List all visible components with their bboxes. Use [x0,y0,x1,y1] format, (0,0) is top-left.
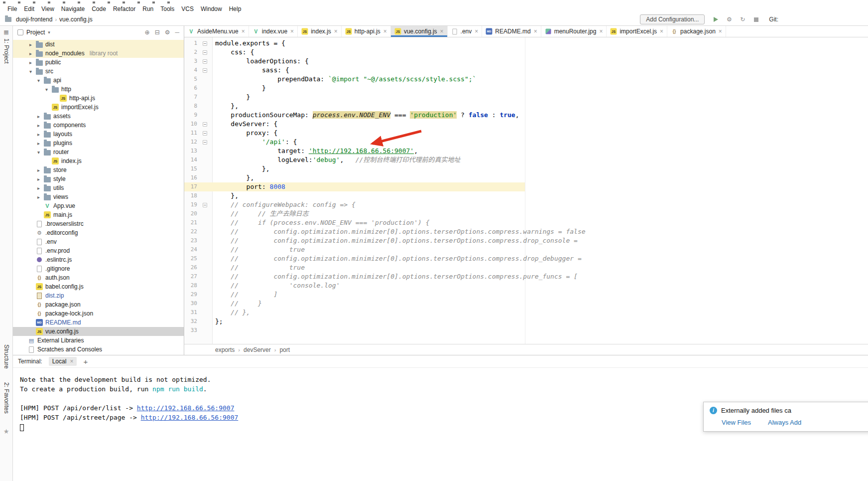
code-line[interactable]: 2− css: { [184,48,868,57]
tab-index-js[interactable]: JSindex.js× [298,26,342,37]
tree-item-importexcel-js[interactable]: JSimportExcel.js [13,103,184,112]
code-line[interactable]: 13 target: 'http://192.168.66.56:9007', [184,147,868,156]
code-line[interactable]: 18 }, [184,191,868,200]
code-line[interactable]: 17 port: 8008 [184,182,868,191]
close-icon[interactable]: × [534,28,537,35]
url-link[interactable]: 'http://192.168.66.56:9007' [309,147,414,155]
tree-item-package-lock-json[interactable]: {}package-lock.json [13,309,184,318]
code-line[interactable]: 10− devServer: { [184,120,868,129]
code-line[interactable]: 21 // if (process.env.NODE_ENV === 'prod… [184,218,868,227]
tab-index-vue[interactable]: Vindex.vue× [249,26,298,37]
menu-help[interactable]: Help [226,5,245,13]
code-line[interactable]: 23 // config.optimization.minimizer[0].o… [184,236,868,245]
chevron-down-icon[interactable]: ▾ [36,150,41,155]
fold-region-icon[interactable]: − [199,66,211,75]
chevron-down-icon[interactable]: ▾ [36,78,41,83]
tree-item-dist[interactable]: ▸dist [13,40,184,49]
chevron-right-icon[interactable]: ▸ [36,167,41,173]
stripe-button-structure[interactable]: Structure [3,344,10,369]
chevron-right-icon[interactable]: ▸ [28,42,33,47]
menu-window[interactable]: Window [197,5,226,13]
close-icon[interactable]: × [334,28,338,35]
tree-item-layouts[interactable]: ▸layouts [13,130,184,139]
tree-item-http[interactable]: ▾http [13,85,184,94]
fold-region-icon[interactable]: − [199,48,211,57]
panel-settings-icon[interactable]: ⚙ [165,29,170,36]
tree-item-dist-zip[interactable]: dist.zip [13,291,184,300]
tree-item-utils[interactable]: ▸utils [13,183,184,192]
code-line[interactable]: 19− // configureWebpack: config => { [184,200,868,209]
fold-region-icon[interactable]: − [199,120,211,129]
code-line[interactable]: 26 // true [184,263,868,272]
close-icon[interactable]: × [719,28,722,35]
stripe-button-favorites[interactable]: 2: Favorites [3,382,10,414]
tree-item-components[interactable]: ▸components [13,121,184,130]
tab-importexcel-js[interactable]: JSimportExcel.js× [607,26,667,37]
tree-item-external-libraries[interactable]: ▤External Libraries [13,336,184,345]
code-line[interactable]: 30 // } [184,299,868,308]
code-line[interactable]: 9 productionSourceMap: process.env.NODE_… [184,111,868,120]
menu-file[interactable]: File [4,5,20,13]
locate-file-icon[interactable]: ⊕ [145,29,150,36]
collapse-all-icon[interactable]: ⊟ [155,29,160,36]
tree-item-router[interactable]: ▾router [13,148,184,157]
tree-item-app-vue[interactable]: VApp.vue [13,201,184,210]
close-icon[interactable]: × [440,28,444,35]
tree-item-env-prod[interactable]: .env.prod [13,246,184,255]
fold-region-icon[interactable]: − [199,57,211,66]
menu-edit[interactable]: Edit [20,5,38,13]
code-line[interactable]: 31 // }, [184,308,868,317]
editor-breadcrumb-exports[interactable]: exports [215,346,235,353]
tree-item-env[interactable]: .env [13,237,184,246]
chevron-right-icon[interactable]: ▸ [36,194,41,200]
code-line[interactable]: 6 } [184,84,868,93]
terminal-link[interactable]: http://192.168.66.56:9007 [141,414,239,421]
tree-item-store[interactable]: ▸store [13,165,184,174]
chevron-right-icon[interactable]: ▸ [36,123,41,128]
code-line[interactable]: 24 // true [184,245,868,254]
fold-region-icon[interactable]: − [199,138,211,147]
code-line[interactable]: 1−module.exports = { [184,39,868,48]
code-line[interactable]: 28 // 'console.log' [184,281,868,290]
tree-item-views[interactable]: ▸views [13,192,184,201]
add-configuration-button[interactable]: Add Configuration... [640,14,705,24]
code-line[interactable]: 27 // config.optimization.minimizer[0].o… [184,272,868,281]
close-icon[interactable]: × [290,28,294,35]
fold-region-icon[interactable]: − [199,39,211,48]
tree-item-http-api-js[interactable]: JShttp-api.js [13,94,184,103]
menu-view[interactable]: View [38,5,58,13]
chevron-right-icon[interactable]: ▸ [36,141,41,146]
project-view-selector[interactable]: Project [26,29,45,36]
code-line[interactable]: 22 // config.optimization.minimizer[0].o… [184,227,868,236]
fold-region-icon[interactable]: − [199,200,211,209]
tree-item-eslintrc-js[interactable]: .eslintrc.js [13,255,184,264]
menu-code[interactable]: Code [88,5,110,13]
terminal-link[interactable]: http://192.168.66.56:9007 [137,404,235,412]
breadcrumb-item-vue-config-js[interactable]: vue.config.js [58,16,94,23]
editor-breadcrumb-port[interactable]: port [279,346,290,353]
fold-region-icon[interactable]: − [199,129,211,138]
tree-item-scratches-and-consoles[interactable]: Scratches and Consoles [13,345,184,354]
code-line[interactable]: 3− loaderOptions: { [184,57,868,66]
tree-item-gitignore[interactable]: .gitignore [13,264,184,273]
tree-item-assets[interactable]: ▸assets [13,112,184,121]
tree-item-src[interactable]: ▾src [13,67,184,76]
close-icon[interactable]: × [70,358,73,365]
code-line[interactable]: 4− sass: { [184,66,868,75]
tree-item-editorconfig[interactable]: ⚙.editorconfig [13,228,184,237]
stop-icon[interactable] [752,15,760,23]
code-line[interactable]: 25 // config.optimization.minimizer[0].o… [184,254,868,263]
tab-env[interactable]: .env× [448,26,483,37]
tree-item-package-json[interactable]: {}package.json [13,300,184,309]
code-line[interactable]: 20 // // 生产去除日志 [184,209,868,218]
new-terminal-icon[interactable]: + [83,357,88,366]
chevron-down-icon[interactable]: ▾ [28,69,33,74]
tree-item-plugins[interactable]: ▸plugins [13,139,184,148]
menu-tools[interactable]: Tools [157,5,178,13]
breadcrumb-item-duoji-frontend[interactable]: duoji-frontend [15,16,53,23]
tree-item-main-js[interactable]: JSmain.js [13,210,184,219]
chevron-right-icon[interactable]: ▸ [28,60,33,65]
editor-breadcrumb-devserver[interactable]: devServer [244,346,271,353]
code-line[interactable]: 8 }, [184,102,868,111]
code-line[interactable]: 5 prependData: `@import "~@/assets/scss/… [184,75,868,84]
